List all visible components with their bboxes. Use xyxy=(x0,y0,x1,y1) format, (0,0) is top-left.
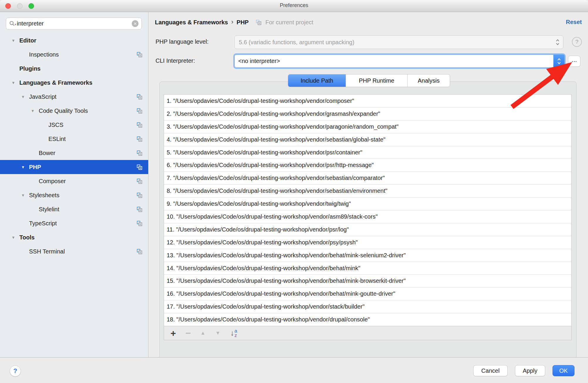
cli-interpreter-stepper[interactable] xyxy=(553,55,565,68)
list-toolbar: + − ▲ ▼ ↓ az xyxy=(164,326,571,340)
tab-analysis[interactable]: Analysis xyxy=(407,74,450,87)
expand-arrow-icon[interactable]: ▼ xyxy=(29,109,39,113)
include-path-row[interactable]: 16. "/Users/opdavies/Code/os/drupal-test… xyxy=(164,287,571,300)
breadcrumb-php[interactable]: PHP xyxy=(236,19,249,26)
breadcrumb-languages-frameworks[interactable]: Languages & Frameworks xyxy=(155,19,228,26)
settings-search-box[interactable]: ▾ ✕ xyxy=(6,18,142,30)
language-level-label: PHP language level: xyxy=(156,38,209,45)
project-scope-icon xyxy=(137,178,142,184)
include-path-row[interactable]: 1. "/Users/opdavies/Code/os/drupal-testi… xyxy=(164,95,571,107)
tab-php-runtime[interactable]: PHP Runtime xyxy=(346,74,407,87)
sort-az-icon: ↓ az xyxy=(230,328,237,338)
project-scope-icon xyxy=(137,207,142,212)
language-level-help-icon[interactable]: ? xyxy=(572,37,582,47)
sidebar-item-composer[interactable]: Composer xyxy=(0,174,148,188)
sidebar-item-label: Composer xyxy=(39,178,66,185)
project-scope-icon xyxy=(137,94,142,100)
clear-search-icon[interactable]: ✕ xyxy=(132,20,138,27)
language-level-select[interactable]: 5.6 (variadic functions, argument unpack… xyxy=(234,35,563,49)
include-path-row[interactable]: 7. "/Users/opdavies/Code/os/drupal-testi… xyxy=(164,171,571,184)
expand-arrow-icon[interactable]: ▼ xyxy=(19,95,29,99)
settings-sidebar: ▾ ✕ ▼EditorInspectionsPlugins▼Languages … xyxy=(0,12,148,357)
remove-path-button[interactable]: − xyxy=(185,329,200,338)
project-scope-icon xyxy=(137,150,142,156)
plus-icon: + xyxy=(170,329,176,338)
title-bar: Preferences xyxy=(0,0,588,12)
expand-arrow-icon[interactable]: ▼ xyxy=(10,81,19,85)
project-scope-icon xyxy=(137,164,142,170)
include-path-row[interactable]: 15. "/Users/opdavies/Code/os/drupal-test… xyxy=(164,274,571,287)
include-path-row[interactable]: 3. "/Users/opdavies/Code/os/drupal-testi… xyxy=(164,120,571,133)
include-path-row[interactable]: 9. "/Users/opdavies/Code/os/drupal-testi… xyxy=(164,197,571,210)
reset-link[interactable]: Reset xyxy=(566,19,582,25)
include-path-list: 1. "/Users/opdavies/Code/os/drupal-testi… xyxy=(164,95,571,326)
expand-arrow-icon[interactable]: ▼ xyxy=(19,165,29,169)
include-path-row[interactable]: 6. "/Users/opdavies/Code/os/drupal-testi… xyxy=(164,159,571,171)
expand-arrow-icon[interactable]: ▼ xyxy=(19,193,29,198)
sidebar-item-plugins[interactable]: Plugins xyxy=(0,62,148,76)
dialog-footer: ? Cancel Apply OK xyxy=(0,357,588,383)
up-triangle-icon: ▲ xyxy=(200,330,205,336)
search-input[interactable] xyxy=(17,20,132,27)
sidebar-item-bower[interactable]: Bower xyxy=(0,146,148,160)
sidebar-item-label: Editor xyxy=(19,37,36,44)
include-path-row[interactable]: 10. "/Users/opdavies/Code/os/drupal-test… xyxy=(164,210,571,223)
include-path-row[interactable]: 4. "/Users/opdavies/Code/os/drupal-testi… xyxy=(164,133,571,146)
sidebar-item-javascript[interactable]: ▼JavaScript xyxy=(0,90,148,104)
scope-label: For current project xyxy=(265,19,313,26)
include-path-row[interactable]: 17. "/Users/opdavies/Code/os/drupal-test… xyxy=(164,300,571,313)
include-path-row[interactable]: 11. "/Users/opdavies/Code/os/drupal-test… xyxy=(164,223,571,236)
add-path-button[interactable]: + xyxy=(170,329,185,338)
php-settings-tabs: Include PathPHP RuntimeAnalysis xyxy=(288,74,450,87)
tab-include-path[interactable]: Include Path xyxy=(288,74,346,87)
sidebar-item-tools[interactable]: ▼Tools xyxy=(0,230,148,244)
include-path-row[interactable]: 5. "/Users/opdavies/Code/os/drupal-testi… xyxy=(164,146,571,159)
sidebar-item-label: Stylesheets xyxy=(29,192,59,199)
search-options-caret-icon[interactable]: ▾ xyxy=(15,23,16,26)
move-down-button[interactable]: ▼ xyxy=(215,330,230,336)
project-scope-icon xyxy=(137,108,142,114)
minus-icon: − xyxy=(185,329,191,338)
sidebar-item-stylesheets[interactable]: ▼Stylesheets xyxy=(0,188,148,202)
include-path-listbox: 1. "/Users/opdavies/Code/os/drupal-testi… xyxy=(164,94,572,340)
apply-button[interactable]: Apply xyxy=(515,365,545,376)
sidebar-item-editor[interactable]: ▼Editor xyxy=(0,33,148,47)
project-scope-icon xyxy=(137,249,142,254)
sidebar-item-eslint[interactable]: ESLint xyxy=(0,132,148,146)
expand-arrow-icon[interactable]: ▼ xyxy=(10,235,19,240)
sidebar-item-languages-frameworks[interactable]: ▼Languages & Frameworks xyxy=(0,76,148,90)
sidebar-item-label: Code Quality Tools xyxy=(39,108,88,114)
include-path-row[interactable]: 2. "/Users/opdavies/Code/os/drupal-testi… xyxy=(164,107,571,120)
sidebar-item-inspections[interactable]: Inspections xyxy=(0,47,148,62)
settings-content: Languages & Frameworks › PHP For current… xyxy=(149,12,588,357)
sidebar-item-ssh-terminal[interactable]: SSH Terminal xyxy=(0,244,148,258)
sidebar-item-typescript[interactable]: TypeScript xyxy=(0,216,148,230)
ok-button[interactable]: OK xyxy=(552,365,575,376)
sidebar-item-code-quality-tools[interactable]: ▼Code Quality Tools xyxy=(0,104,148,118)
stepper-icon xyxy=(555,38,560,47)
sort-az-button[interactable]: ↓ az xyxy=(230,328,245,338)
include-path-row[interactable]: 14. "/Users/opdavies/Code/os/drupal-test… xyxy=(164,262,571,275)
sidebar-item-label: Bower xyxy=(39,150,55,156)
cli-interpreter-select[interactable]: <no interpreter> xyxy=(234,55,565,68)
settings-tree: ▼EditorInspectionsPlugins▼Languages & Fr… xyxy=(0,33,148,258)
sidebar-item-stylelint[interactable]: Stylelint xyxy=(0,202,148,216)
include-path-row[interactable]: 18. "/Users/opdavies/Code/os/drupal-test… xyxy=(164,313,571,326)
sidebar-item-php[interactable]: ▼PHP xyxy=(0,160,148,174)
sidebar-item-label: ESLint xyxy=(48,136,66,142)
include-path-row[interactable]: 13. "/Users/opdavies/Code/os/drupal-test… xyxy=(164,249,571,262)
include-path-row[interactable]: 8. "/Users/opdavies/Code/os/drupal-testi… xyxy=(164,184,571,197)
browse-interpreters-button[interactable]: ... xyxy=(568,56,580,67)
sidebar-item-jscs[interactable]: JSCS xyxy=(0,118,148,132)
cancel-button[interactable]: Cancel xyxy=(473,365,508,376)
cli-interpreter-label: CLI Interpreter: xyxy=(156,57,195,64)
include-path-row[interactable]: 12. "/Users/opdavies/Code/os/drupal-test… xyxy=(164,236,571,249)
move-up-button[interactable]: ▲ xyxy=(200,330,215,336)
sidebar-item-label: Plugins xyxy=(19,65,40,72)
help-button[interactable]: ? xyxy=(10,365,21,377)
project-scope-icon xyxy=(256,20,261,25)
sidebar-item-label: JSCS xyxy=(48,122,63,128)
stepper-icon xyxy=(557,57,562,66)
expand-arrow-icon[interactable]: ▼ xyxy=(10,38,19,43)
breadcrumb: Languages & Frameworks › PHP For current… xyxy=(155,18,313,27)
